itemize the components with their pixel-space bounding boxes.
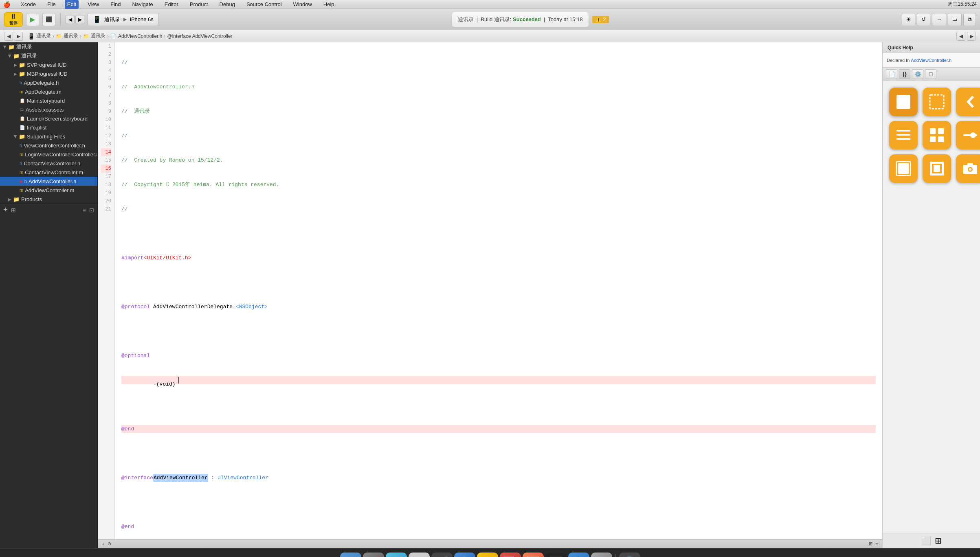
status-list-icon[interactable]: ≡	[876, 542, 878, 546]
filter-icon[interactable]: ⊙	[108, 541, 111, 546]
menu-file[interactable]: File	[45, 0, 58, 9]
widget-square-dashed[interactable]	[923, 88, 951, 116]
breadcrumb-part1[interactable]: 通讯录	[36, 33, 51, 39]
menu-navigate[interactable]: Navigate	[130, 0, 155, 9]
menu-view[interactable]: View	[85, 0, 101, 9]
sidebar-plist-label: Info.plist	[27, 125, 46, 131]
obj-lib-bottom-icon1[interactable]: ⬜	[921, 536, 932, 546]
toolbar-refresh-btn[interactable]: ↺	[917, 13, 930, 26]
toolbar-layout-btn[interactable]: ⊞	[902, 13, 915, 26]
toolbar-panel-btn[interactable]: ▭	[948, 13, 962, 26]
breadcrumb-next[interactable]: ▶	[967, 32, 976, 41]
sidebar-bottom-icon1[interactable]: ≡	[83, 207, 86, 213]
declared-filename: AddViewController.h	[911, 58, 951, 63]
widget-grid[interactable]	[923, 121, 951, 149]
sidebar-mbprogress[interactable]: ▶ 📁 MBProgressHUD	[0, 69, 97, 78]
breadcrumb-prev[interactable]: ◀	[956, 32, 965, 41]
nav-forward-button[interactable]: ▶	[75, 15, 84, 24]
code-lines[interactable]: // // AddViewController.h // 通讯录 // // C…	[115, 42, 882, 539]
sidebar-addvc-m[interactable]: m AddViewController.m	[0, 186, 97, 195]
sidebar-launch-screen[interactable]: 📋 LaunchScreen.storyboard	[0, 114, 97, 123]
sidebar-group-main[interactable]: ▶ 📁 通讯录	[0, 51, 97, 60]
stop-button[interactable]: ⬛	[42, 13, 55, 26]
dock-finder[interactable]: 😊	[340, 553, 361, 557]
code-content[interactable]: 12345 678910 1112 13 14 ● 15 16 ● 171819…	[98, 42, 882, 539]
dock-launchpad[interactable]: 🚀	[363, 553, 384, 557]
sidebar-viewcontroller-h[interactable]: h ViewControllerController.h	[0, 141, 97, 150]
menu-find[interactable]: Find	[108, 0, 123, 9]
sidebar-loginvc-m[interactable]: m LoginViewControllerController.m	[0, 150, 97, 159]
dock-qq[interactable]: 🐧	[568, 553, 589, 557]
menu-product[interactable]: Product	[187, 0, 211, 9]
breadcrumb-file[interactable]: AddViewController.h	[118, 33, 163, 39]
toolbar-split-btn[interactable]: ⧉	[963, 13, 976, 26]
widget-slider[interactable]	[956, 121, 980, 149]
dock-trash[interactable]: 🗑️	[619, 553, 640, 557]
breadcrumb-forward[interactable]: ▶	[14, 32, 23, 41]
sidebar-main-storyboard[interactable]: 📋 Main.storyboard	[0, 96, 97, 105]
widget-camera[interactable]	[956, 154, 980, 183]
obj-lib-code-icon[interactable]: {}	[899, 69, 910, 79]
obj-lib-square-icon[interactable]: □	[925, 69, 936, 79]
sidebar-svprogress[interactable]: ▶ 📁 SVProgressHUD	[0, 60, 97, 69]
sidebar-bottom-icon2[interactable]: ⊡	[89, 207, 94, 213]
widget-square-full[interactable]	[889, 88, 918, 116]
main-folder-icon: 📁	[13, 53, 20, 59]
pause-button[interactable]: ⏸ 暂停	[4, 12, 23, 27]
breadcrumb-symbol[interactable]: @interface AddViewController	[167, 33, 233, 39]
breadcrumb-back[interactable]: ◀	[4, 32, 13, 41]
add-file-button[interactable]: +	[3, 206, 8, 214]
widget-inset2[interactable]	[923, 154, 951, 183]
scheme-selector[interactable]: 📱 通讯录 ▶ iPhone 6s	[88, 13, 159, 26]
breadcrumb-part2[interactable]: 通讯录	[64, 33, 78, 39]
dock-sysprefs[interactable]: ⚙️	[591, 553, 612, 557]
toolbar-forward-btn[interactable]: →	[932, 13, 946, 26]
add-file-btn[interactable]: +	[102, 542, 104, 546]
sidebar-info-plist[interactable]: 📄 Info.plist	[0, 123, 97, 132]
menu-source-control[interactable]: Source Control	[244, 0, 284, 9]
sidebar-addvc-h[interactable]: ● h AddViewController.h	[0, 177, 97, 186]
nav-back-button[interactable]: ◀	[66, 15, 75, 24]
warning-badge: ⚠️ 2	[592, 16, 609, 23]
status-grid-icon[interactable]: ⊞	[869, 541, 872, 546]
dock-word[interactable]: 📝	[500, 553, 521, 557]
obj-lib-gear-icon[interactable]: ⚙️	[912, 69, 923, 79]
editor-area[interactable]: 12345 678910 1112 13 14 ● 15 16 ● 171819…	[98, 42, 882, 548]
sidebar-root[interactable]: ▶ 📁 通讯录	[0, 42, 97, 51]
sidebar-appdelegate-h[interactable]: h AppDelegate.h	[0, 78, 97, 87]
dock-ppt[interactable]: 📊	[523, 553, 544, 557]
dock-mouse[interactable]: 🖱️	[409, 553, 430, 557]
menu-editor[interactable]: Editor	[162, 0, 181, 9]
dock-terminal[interactable]: ⬛	[545, 553, 567, 557]
dock-sketch[interactable]: 💎	[477, 553, 498, 557]
dock-xcode[interactable]: 🔨	[454, 553, 475, 557]
menu-window[interactable]: Window	[291, 0, 314, 9]
vc-h-icon: h	[20, 143, 22, 148]
dock-separator	[615, 554, 616, 557]
breadcrumb-part3[interactable]: 通讯录	[91, 33, 105, 39]
sidebar-assets-label: Assets.xcassets	[26, 107, 64, 113]
widget-list[interactable]	[889, 121, 918, 149]
sidebar-contactvc-m[interactable]: m ContactViewController.m	[0, 168, 97, 177]
dock-safari[interactable]: 🧭	[386, 553, 407, 557]
obj-lib-file-icon[interactable]: 📄	[886, 69, 897, 79]
apple-menu[interactable]: 🍎	[3, 1, 10, 8]
menu-xcode[interactable]: Xcode	[18, 0, 38, 9]
code-line-19	[121, 498, 876, 507]
dock-quicktime[interactable]: 🎬	[431, 553, 453, 557]
run-button[interactable]: ▶	[26, 13, 39, 26]
sidebar-contactvc-h[interactable]: h ContactViewController.h	[0, 159, 97, 168]
code-line-4: //	[121, 132, 876, 140]
obj-lib-bottom-icon2[interactable]: ⊞	[935, 536, 942, 546]
sidebar-supporting-files[interactable]: ▶ 📁 Supporting Files	[0, 132, 97, 141]
filter-button[interactable]: ⊞	[11, 207, 16, 213]
widget-inset1[interactable]	[889, 154, 918, 183]
menu-help[interactable]: Help	[321, 0, 337, 9]
sidebar-appdelegate-m[interactable]: m AppDelegate.m	[0, 87, 97, 96]
widget-arrow-left[interactable]	[956, 88, 980, 116]
menu-edit[interactable]: Edit	[65, 0, 79, 9]
sidebar-assets[interactable]: 🗂 Assets.xcassets	[0, 105, 97, 114]
menu-debug[interactable]: Debug	[217, 0, 237, 9]
error-badge-14: ●	[20, 178, 23, 184]
sidebar-products[interactable]: ▶ 📁 Products	[0, 195, 97, 204]
